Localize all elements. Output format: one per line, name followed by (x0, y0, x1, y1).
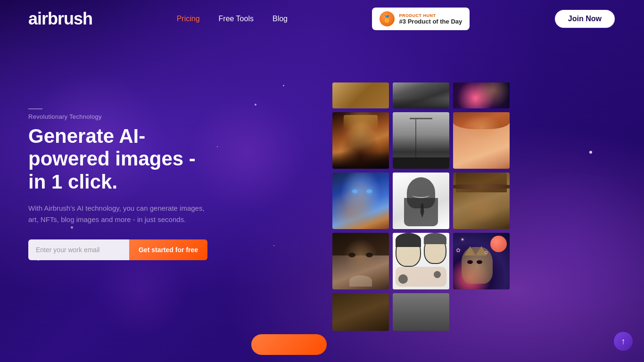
tag-line-bar (28, 108, 42, 109)
nav-link-blog[interactable]: Blog (272, 15, 288, 23)
grid-cell-bw-man (393, 173, 449, 229)
nav-link-free-tools[interactable]: Free Tools (219, 15, 254, 23)
product-hunt-badge[interactable]: 🏅 PRODUCT HUNT #3 Product of the Day (372, 8, 470, 30)
grid-cell-space-cat: ✿ ✿ (453, 233, 510, 289)
join-now-button[interactable]: Join Now (554, 9, 616, 29)
email-form: Get started for free (28, 239, 207, 260)
hero-heading: Generate AI-powered images - in 1 click. (28, 125, 207, 193)
grid-cell-woman-hat (453, 173, 510, 229)
cta-button[interactable]: Get started for free (129, 239, 207, 260)
header: airbrush Pricing Free Tools Blog 🏅 PRODU… (0, 0, 644, 38)
grid-cell-col2-bottom (393, 293, 449, 331)
hero-tag: Revolutionary Technology (28, 113, 207, 120)
hero-subtext: With Airbrush's AI technology, you can g… (28, 203, 207, 225)
nav-link-pricing[interactable]: Pricing (177, 15, 200, 23)
grid-cell-col2-top (393, 82, 449, 108)
image-grid: ✿ ✿ (332, 52, 510, 350)
scroll-button[interactable] (251, 334, 327, 355)
product-hunt-rank: #3 Product of the Day (399, 18, 462, 25)
logo: airbrush (28, 9, 92, 29)
grid-cell-col1-top (332, 82, 389, 108)
product-hunt-medal-icon: 🏅 (380, 11, 395, 26)
product-hunt-text: PRODUCT HUNT #3 Product of the Day (399, 13, 462, 25)
product-hunt-label: PRODUCT HUNT (399, 13, 462, 18)
fab-icon: ↑ (621, 337, 626, 346)
hero-section: Revolutionary Technology Generate AI-pow… (28, 47, 207, 260)
image-grid-wrapper: ✿ ✿ (226, 47, 616, 362)
grid-cell-col3-top (453, 82, 510, 108)
grid-cell-col1-bottom (332, 293, 389, 331)
grid-cell-redhead-woman (453, 112, 510, 169)
grid-cell-bw-street (393, 112, 449, 169)
fab-button[interactable]: ↑ (614, 332, 633, 351)
grid-cell-fantasy-warrior (332, 112, 389, 169)
main-content: Revolutionary Technology Generate AI-pow… (0, 38, 644, 362)
grid-cell-portrait-woman (332, 233, 389, 289)
grid-cell-manga (393, 233, 449, 289)
grid-cell-game-character (332, 173, 389, 229)
email-input[interactable] (28, 239, 129, 260)
nav: Pricing Free Tools Blog (177, 15, 288, 23)
